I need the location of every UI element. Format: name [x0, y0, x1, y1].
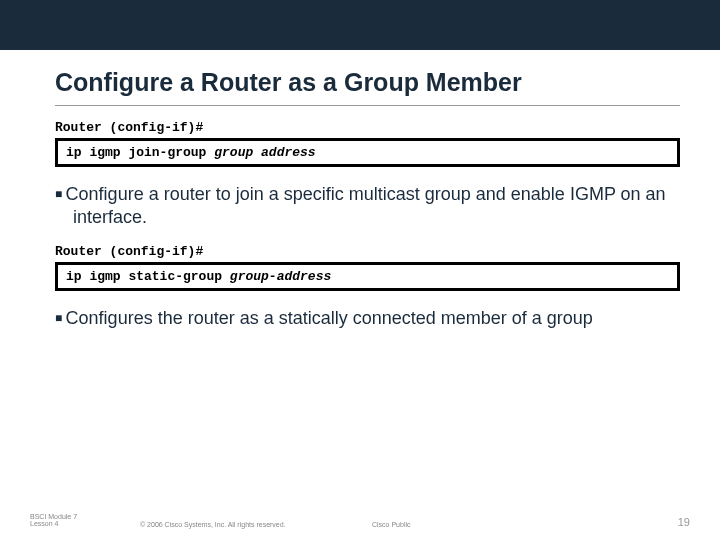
- cmd-1-arg: group address: [214, 145, 315, 160]
- command-box-1: ip igmp join-group group address: [55, 138, 680, 167]
- slide-content: Configure a Router as a Group Member Rou…: [0, 50, 720, 330]
- cmd-1-prefix: ip igmp join-group: [66, 145, 214, 160]
- footer: BSCI Module 7 Lesson 4 © 2006 Cisco Syst…: [30, 513, 690, 528]
- title-divider: [55, 105, 680, 106]
- slide-title: Configure a Router as a Group Member: [55, 68, 680, 97]
- bullet-2: Configures the router as a statically co…: [55, 307, 680, 330]
- footer-module: BSCI Module 7 Lesson 4: [30, 513, 90, 528]
- cmd-2-prefix: ip igmp static-group: [66, 269, 230, 284]
- footer-copyright: © 2006 Cisco Systems, Inc. All rights re…: [140, 521, 286, 528]
- cmd-2-arg: group-address: [230, 269, 331, 284]
- command-box-2: ip igmp static-group group-address: [55, 262, 680, 291]
- prompt-2: Router (config-if)#: [55, 244, 680, 259]
- footer-page: 19: [678, 516, 690, 528]
- bullet-1: Configure a router to join a specific mu…: [55, 183, 680, 228]
- top-bar: [0, 0, 720, 50]
- footer-public: Cisco Public: [372, 521, 411, 528]
- prompt-1: Router (config-if)#: [55, 120, 680, 135]
